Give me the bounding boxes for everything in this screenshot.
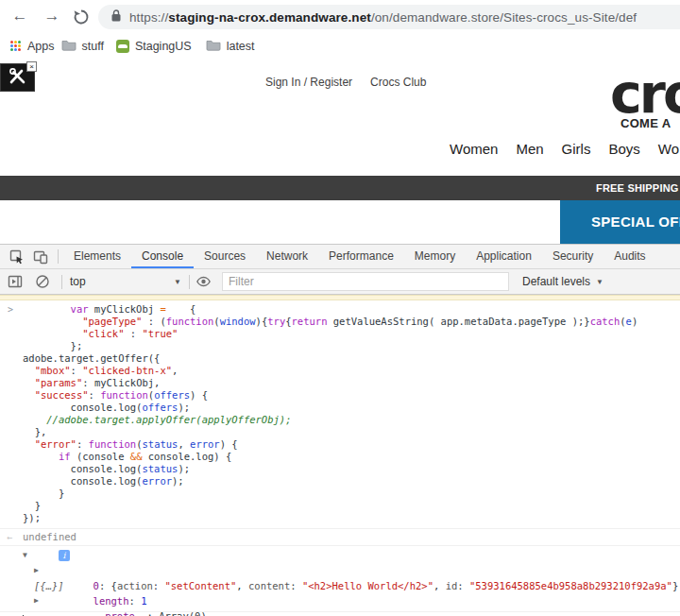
- sign-in-register-link[interactable]: Sign In / Register: [265, 76, 352, 89]
- tab-application[interactable]: Application: [466, 245, 542, 268]
- url-scheme: https://: [129, 10, 168, 25]
- bookmark-label: StagingUS: [135, 40, 192, 53]
- clear-console-icon[interactable]: [35, 274, 50, 289]
- array-header-row: ▼ [{…}] i: [0, 548, 680, 563]
- promo-text: FREE SHIPPING O: [596, 176, 680, 200]
- tab-console[interactable]: Console: [131, 245, 194, 268]
- bookmark-label: latest: [227, 40, 255, 53]
- url-bar[interactable]: https://staging-na-crox.demandware.net/o…: [98, 5, 680, 29]
- site-favicon: [116, 40, 129, 53]
- main-navigation: Women Men Girls Boys Wo: [450, 141, 679, 157]
- lock-icon[interactable]: [111, 9, 121, 26]
- filter-input[interactable]: [222, 272, 509, 291]
- log-levels-selector[interactable]: Default levels ▼: [522, 275, 604, 288]
- array-item-row: ▶0: {action: "setContent", content: "<h2…: [0, 563, 680, 578]
- console-prompt[interactable]: >: [0, 611, 680, 616]
- back-icon[interactable]: ←: [8, 4, 32, 28]
- array-length-row: length: 1: [0, 578, 680, 593]
- url-domain: staging-na-crox.demandware.net: [168, 10, 371, 25]
- chevron-down-icon: ▼: [174, 278, 181, 286]
- tab-network[interactable]: Network: [256, 245, 318, 268]
- input-echo-chevron-icon: >: [8, 304, 13, 315]
- special-offer-button[interactable]: SPECIAL OFFER: [560, 200, 680, 244]
- chevron-down-icon: ▼: [596, 278, 604, 286]
- divider: [189, 275, 190, 289]
- apps-grid-icon: [10, 41, 22, 52]
- folder-icon: [206, 39, 221, 54]
- crocs-club-link[interactable]: Crocs Club: [370, 76, 426, 89]
- result-value: undefined: [23, 531, 76, 542]
- console-input-echo: > var myClickObj = { "pageType" : (funct…: [0, 300, 680, 528]
- bookmarks-bar: Apps stuff StagingUS latest: [0, 34, 680, 60]
- array-proto-row: ▶__proto__: Array(0): [0, 593, 680, 608]
- live-expression-eye-icon[interactable]: [196, 274, 211, 289]
- folder-icon: [61, 39, 76, 54]
- result-arrow-icon: ←: [7, 529, 12, 545]
- divider: [61, 275, 62, 289]
- browser-toolbar: ← → https://staging-na-crox.demandware.n…: [0, 0, 680, 34]
- webpage-content: × Sign In / Register Crocs Club cro COME…: [0, 59, 680, 244]
- divider: [58, 249, 59, 264]
- promo-bar: FREE SHIPPING O: [0, 176, 680, 200]
- url-text: https://staging-na-crox.demandware.net/o…: [129, 10, 637, 25]
- collapse-arrow-icon[interactable]: ▼: [23, 548, 27, 563]
- url-path: /on/demandware.store/Sites-crocs_us-Site…: [371, 10, 637, 25]
- account-links: Sign In / Register Crocs Club: [265, 76, 426, 89]
- console-messages: > var myClickObj = { "pageType" : (funct…: [0, 300, 680, 616]
- console-array-log: ▼ [{…}] i ▶0: {action: "setContent", con…: [0, 545, 680, 611]
- badge-close-icon[interactable]: ×: [26, 61, 37, 72]
- device-toolbar-icon[interactable]: [33, 249, 48, 265]
- console-sidebar-icon[interactable]: [8, 274, 23, 289]
- console-result-undefined: ← undefined: [0, 528, 680, 545]
- nav-item-girls[interactable]: Girls: [562, 141, 591, 157]
- bookmark-latest[interactable]: latest: [206, 39, 255, 54]
- inspect-element-icon[interactable]: [9, 249, 25, 265]
- info-icon[interactable]: i: [59, 550, 70, 561]
- context-value: top: [70, 275, 86, 288]
- nav-item-men[interactable]: Men: [516, 141, 543, 157]
- bookmark-stagingus[interactable]: StagingUS: [116, 40, 192, 53]
- bookmark-apps[interactable]: Apps: [10, 40, 55, 53]
- nav-item-women[interactable]: Women: [450, 141, 498, 157]
- context-selector[interactable]: top ▼: [70, 275, 181, 288]
- tab-security[interactable]: Security: [542, 245, 604, 268]
- log-levels-value: Default levels: [522, 275, 590, 288]
- nav-item-boys[interactable]: Boys: [608, 141, 639, 157]
- reload-icon[interactable]: [72, 8, 91, 26]
- expand-arrow-icon[interactable]: ▶: [34, 563, 39, 578]
- devtools-panel: Elements Console Sources Network Perform…: [0, 244, 680, 616]
- devtools-tabbar: Elements Console Sources Network Perform…: [0, 245, 680, 269]
- tools-icon: [8, 66, 28, 89]
- tab-memory[interactable]: Memory: [404, 245, 466, 268]
- tab-elements[interactable]: Elements: [63, 245, 131, 268]
- console-toolbar: top ▼ Default levels ▼: [0, 269, 680, 295]
- bookmark-label: Apps: [27, 40, 55, 53]
- tab-sources[interactable]: Sources: [194, 245, 256, 268]
- tab-performance[interactable]: Performance: [318, 245, 404, 268]
- bookmark-label: stuff: [82, 40, 104, 53]
- bookmark-stuff[interactable]: stuff: [61, 39, 104, 54]
- nav-item-clipped[interactable]: Wo: [658, 141, 679, 157]
- tab-audits[interactable]: Audits: [604, 245, 655, 268]
- console-code-block: var myClickObj = { "pageType" : (functio…: [23, 303, 680, 524]
- brand-tagline: COME A: [620, 116, 671, 130]
- special-offer-label: SPECIAL OFFER: [591, 200, 680, 244]
- forward-icon[interactable]: →: [40, 4, 64, 28]
- expand-arrow-icon[interactable]: ▶: [34, 593, 39, 608]
